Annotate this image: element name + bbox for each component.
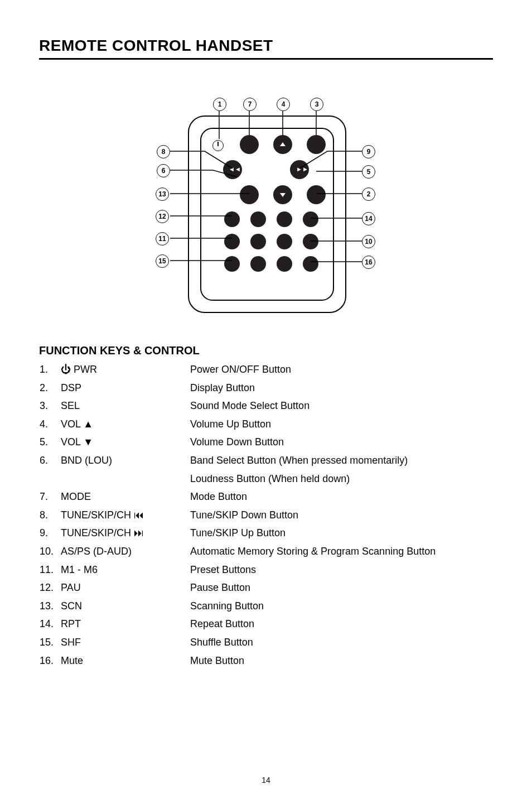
function-number: 6. <box>39 451 60 470</box>
function-row: 3.SELSound Mode Select Button <box>39 397 493 415</box>
function-key: DSP <box>60 379 190 397</box>
function-row: 2.DSPDisplay Button <box>39 379 493 397</box>
function-desc: Tune/SKIP Down Button <box>190 506 493 524</box>
function-row: 14.RPTRepeat Button <box>39 615 493 633</box>
function-desc: Preset Buttons <box>190 561 493 579</box>
function-key: TUNE/SKIP/CH ⏮ <box>60 506 190 524</box>
function-row: 8.TUNE/SKIP/CH ⏮Tune/SKIP Down Button <box>39 506 493 524</box>
function-key: AS/PS (D-AUD) <box>60 542 190 561</box>
function-desc: Loudness Button (When held down) <box>190 470 493 488</box>
function-key: Mute <box>60 652 190 670</box>
diagram-section: ◄◄ ►► <box>39 82 493 322</box>
function-key: SCN <box>60 597 190 615</box>
function-key: BND (LOU) <box>60 451 190 470</box>
function-desc: Scanning Button <box>190 597 493 615</box>
function-desc: Power ON/OFF Button <box>190 360 493 379</box>
function-number: 10. <box>39 542 60 561</box>
function-desc: Tune/SKIP Up Button <box>190 524 493 542</box>
function-desc: Mode Button <box>190 488 493 506</box>
function-row: 4.VOL ▲Volume Up Button <box>39 415 493 434</box>
function-table: 1.⏻ PWRPower ON/OFF Button2.DSPDisplay B… <box>39 360 493 670</box>
callout: 9 <box>362 145 375 158</box>
function-desc: Volume Down Button <box>190 433 493 451</box>
function-number: 3. <box>39 397 60 415</box>
function-number: 5. <box>39 433 60 451</box>
callout: 10 <box>362 235 375 248</box>
callout: 3 <box>310 98 323 111</box>
function-number: 16. <box>39 652 60 670</box>
function-row: 7.MODEMode Button <box>39 488 493 506</box>
function-desc: Pause Button <box>190 579 493 597</box>
function-key: ⏻ PWR <box>60 360 190 379</box>
callout: 6 <box>157 164 170 177</box>
function-number: 4. <box>39 415 60 434</box>
remote-diagram: ◄◄ ►► <box>110 82 422 322</box>
function-row: 11.M1 - M6Preset Buttons <box>39 561 493 579</box>
function-number: 13. <box>39 597 60 615</box>
function-number: 11. <box>39 561 60 579</box>
function-row: 10.AS/PS (D-AUD)Automatic Memory Storing… <box>39 542 493 561</box>
callout: 11 <box>156 232 169 246</box>
function-desc: Repeat Button <box>190 615 493 633</box>
function-key: PAU <box>60 579 190 597</box>
function-desc: Volume Up Button <box>190 415 493 434</box>
function-row: 6.BND (LOU)Band Select Button (When pres… <box>39 451 493 470</box>
function-desc: Shuffle Button <box>190 633 493 652</box>
function-desc: Band Select Button (When pressed momenta… <box>190 451 493 470</box>
function-key: MODE <box>60 488 190 506</box>
page-title: REMOTE CONTROL HANDSET <box>39 37 493 55</box>
callout: 15 <box>156 254 169 268</box>
function-row: 1.⏻ PWRPower ON/OFF Button <box>39 360 493 379</box>
function-key: VOL ▼ <box>60 433 190 451</box>
callout: 16 <box>362 256 375 269</box>
function-number: 8. <box>39 506 60 524</box>
function-key: SEL <box>60 397 190 415</box>
function-row: 12.PAUPause Button <box>39 579 493 597</box>
function-desc: Mute Button <box>190 652 493 670</box>
callout: 13 <box>156 187 169 201</box>
function-desc: Display Button <box>190 379 493 397</box>
function-number: 14. <box>39 615 60 633</box>
function-number: 1. <box>39 360 60 379</box>
function-desc: Automatic Memory Storing & Program Scann… <box>190 542 493 561</box>
callout: 1 <box>213 98 226 111</box>
callout: 2 <box>362 187 375 201</box>
function-key: TUNE/SKIP/CH ⏭ <box>60 524 190 542</box>
function-key: SHF <box>60 633 190 652</box>
function-number: 15. <box>39 633 60 652</box>
function-row: 9.TUNE/SKIP/CH ⏭Tune/SKIP Up Button <box>39 524 493 542</box>
leader-lines <box>110 82 422 322</box>
page-number: 14 <box>0 776 532 784</box>
function-row: 13.SCNScanning Button <box>39 597 493 615</box>
function-number <box>39 470 60 488</box>
function-number: 9. <box>39 524 60 542</box>
callout: 4 <box>277 98 290 111</box>
function-number: 12. <box>39 579 60 597</box>
function-row: 16.MuteMute Button <box>39 652 493 670</box>
callout: 8 <box>157 145 170 158</box>
function-row: 15.SHFShuffle Button <box>39 633 493 652</box>
function-row: 5.VOL ▼Volume Down Button <box>39 433 493 451</box>
callout: 7 <box>243 98 257 111</box>
section-subhead: FUNCTION KEYS & CONTROL <box>39 344 493 357</box>
function-desc: Sound Mode Select Button <box>190 397 493 415</box>
callout: 12 <box>156 210 169 223</box>
callout: 5 <box>362 165 375 179</box>
function-row: Loudness Button (When held down) <box>39 470 493 488</box>
title-rule <box>39 58 493 60</box>
page: REMOTE CONTROL HANDSET ◄◄ ►► <box>0 0 532 799</box>
function-key: VOL ▲ <box>60 415 190 434</box>
function-key: RPT <box>60 615 190 633</box>
function-number: 7. <box>39 488 60 506</box>
function-key: M1 - M6 <box>60 561 190 579</box>
function-number: 2. <box>39 379 60 397</box>
callout: 14 <box>362 212 375 225</box>
function-key <box>60 470 190 488</box>
